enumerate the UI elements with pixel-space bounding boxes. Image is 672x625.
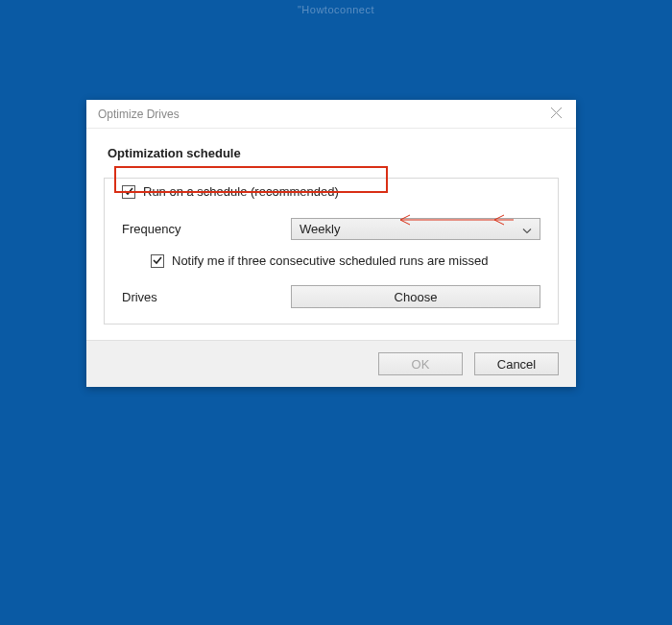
section-title: Optimization schedule — [104, 146, 559, 160]
frequency-select[interactable]: Weekly — [291, 218, 540, 240]
frequency-row: Frequency Weekly — [122, 218, 540, 240]
dialog-body: Optimization schedule Run on a schedule … — [86, 129, 576, 340]
run-on-schedule-row: Run on a schedule (recommended) — [122, 184, 540, 199]
close-icon — [551, 108, 562, 121]
run-on-schedule-checkbox[interactable] — [122, 185, 135, 199]
notify-label: Notify me if three consecutive scheduled… — [172, 253, 489, 268]
schedule-group: Run on a schedule (recommended) Frequenc… — [104, 178, 559, 325]
frequency-label: Frequency — [122, 222, 291, 236]
frequency-value: Weekly — [300, 222, 340, 236]
ok-button[interactable]: OK — [378, 352, 463, 375]
close-button[interactable] — [541, 101, 570, 128]
dialog-footer: OK Cancel — [86, 340, 576, 387]
run-on-schedule-label: Run on a schedule (recommended) — [143, 184, 339, 199]
drives-label: Drives — [122, 290, 291, 304]
notify-checkbox[interactable] — [151, 254, 164, 268]
choose-button[interactable]: Choose — [291, 285, 540, 308]
checkmark-icon — [153, 253, 162, 268]
optimize-drives-dialog: Optimize Drives Optimization schedule Ru… — [86, 100, 576, 387]
titlebar: Optimize Drives — [86, 100, 576, 129]
watermark-text: "Howtoconnect — [0, 4, 672, 15]
drives-row: Drives Choose — [122, 285, 540, 308]
checkmark-icon — [124, 184, 133, 199]
cancel-button[interactable]: Cancel — [474, 352, 559, 375]
dialog-title: Optimize Drives — [98, 108, 541, 121]
notify-row: Notify me if three consecutive scheduled… — [122, 253, 540, 268]
chevron-down-icon — [522, 222, 532, 236]
